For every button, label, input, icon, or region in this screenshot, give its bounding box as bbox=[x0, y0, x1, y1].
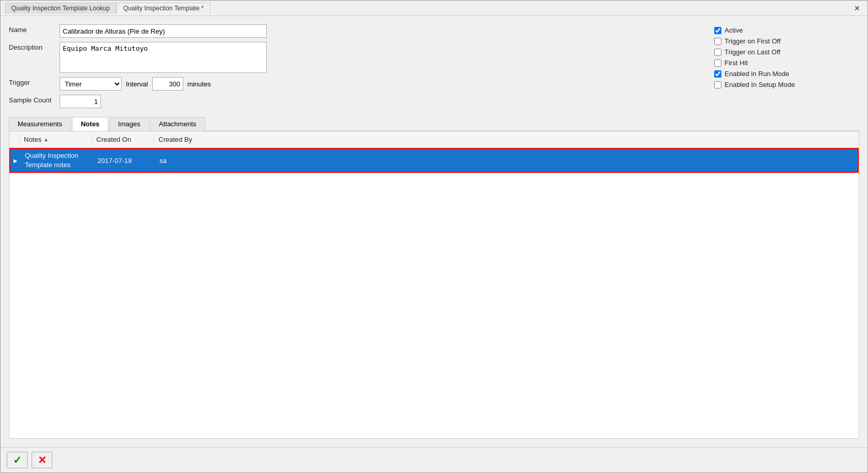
checkbox-enabled-run: Enabled in Run Mode bbox=[714, 70, 859, 78]
name-input[interactable] bbox=[60, 24, 267, 38]
interval-input[interactable] bbox=[152, 77, 183, 91]
row-arrow-icon: ▶ bbox=[13, 158, 18, 164]
sort-icon: ▲ bbox=[44, 137, 49, 142]
checkbox-trigger-first-off: Trigger on First Off bbox=[714, 37, 859, 45]
tabs-section: Measurements Notes Images Attachments No… bbox=[9, 114, 859, 439]
tab-notes[interactable]: Notes bbox=[72, 117, 108, 131]
form-right: Active Trigger on First Off Trigger on L… bbox=[714, 24, 859, 108]
row-created-by-cell: sa bbox=[155, 155, 858, 167]
checkbox-active: Active bbox=[714, 26, 859, 34]
form-section: Name Description Equipo Marca Mitutoyo T… bbox=[9, 24, 859, 108]
trigger-controls: TimerManualEvent Interval minutes bbox=[60, 77, 211, 91]
checkbox-first-hit-input[interactable] bbox=[714, 60, 721, 67]
checkbox-trigger-first-off-label: Trigger on First Off bbox=[725, 37, 780, 45]
notes-line2: Template notes bbox=[25, 160, 89, 170]
checkbox-first-hit-label: First Hit bbox=[725, 59, 748, 67]
x-icon: ✕ bbox=[38, 454, 47, 466]
name-row: Name bbox=[9, 24, 693, 38]
main-content: Name Description Equipo Marca Mitutoyo T… bbox=[1, 16, 867, 447]
checkbox-enabled-setup-input[interactable] bbox=[714, 81, 721, 88]
description-row: Description Equipo Marca Mitutoyo bbox=[9, 42, 693, 73]
trigger-label: Trigger bbox=[9, 77, 55, 86]
row-notes-cell: Quality Inspection Template notes bbox=[21, 149, 93, 172]
trigger-select[interactable]: TimerManualEvent bbox=[60, 77, 122, 91]
table-header: Notes ▲ Created On Created By bbox=[9, 131, 859, 148]
notes-cell-content: Quality Inspection Template notes bbox=[25, 151, 89, 170]
checkbox-trigger-last-off-input[interactable] bbox=[714, 49, 721, 56]
header-notes-label: Notes bbox=[24, 136, 41, 143]
table-row[interactable]: ▶ Quality Inspection Template notes 2017… bbox=[9, 148, 859, 173]
tab-attachments[interactable]: Attachments bbox=[150, 117, 205, 131]
checkbox-active-label: Active bbox=[725, 26, 743, 34]
checkbox-enabled-run-label: Enabled in Run Mode bbox=[725, 70, 789, 78]
save-button[interactable]: ✓ bbox=[7, 452, 27, 468]
row-created-on-cell: 2017-07-19 bbox=[93, 155, 155, 167]
minutes-label: minutes bbox=[187, 80, 211, 88]
form-left: Name Description Equipo Marca Mitutoyo T… bbox=[9, 24, 693, 108]
checkbox-trigger-last-off-label: Trigger on Last Off bbox=[725, 48, 780, 56]
tab-measurements[interactable]: Measurements bbox=[9, 117, 71, 131]
title-bar: Quality Inspection Template Lookup Quali… bbox=[1, 1, 867, 16]
title-tab-template[interactable]: Quality Inspection Template * bbox=[117, 3, 210, 14]
checkbox-trigger-last-off: Trigger on Last Off bbox=[714, 48, 859, 56]
tabs-bar: Measurements Notes Images Attachments bbox=[9, 116, 859, 131]
tab-content-notes: Notes ▲ Created On Created By ▶ bbox=[9, 131, 859, 439]
interval-label: Interval bbox=[126, 80, 148, 88]
description-label: Description bbox=[9, 42, 55, 51]
header-created-on-label: Created On bbox=[96, 136, 131, 143]
notes-line1: Quality Inspection bbox=[25, 151, 89, 160]
main-window: Quality Inspection Template Lookup Quali… bbox=[0, 0, 868, 473]
sample-count-row: Sample Count bbox=[9, 95, 693, 108]
header-created-by-label: Created By bbox=[158, 136, 192, 143]
checkbox-trigger-first-off-input[interactable] bbox=[714, 38, 721, 45]
bottom-bar: ✓ ✕ bbox=[1, 447, 867, 472]
trigger-row: Trigger TimerManualEvent Interval minute… bbox=[9, 77, 693, 91]
check-icon: ✓ bbox=[13, 454, 22, 466]
cancel-button[interactable]: ✕ bbox=[32, 452, 52, 468]
close-button[interactable]: ✕ bbox=[851, 3, 863, 13]
checkbox-enabled-run-input[interactable] bbox=[714, 70, 721, 78]
name-label: Name bbox=[9, 24, 55, 34]
checkbox-first-hit: First Hit bbox=[714, 59, 859, 67]
title-tab-lookup[interactable]: Quality Inspection Template Lookup bbox=[5, 3, 117, 14]
tab-images[interactable]: Images bbox=[109, 117, 149, 131]
sample-count-input[interactable] bbox=[60, 95, 101, 108]
sample-count-label: Sample Count bbox=[9, 95, 55, 104]
header-notes[interactable]: Notes ▲ bbox=[20, 134, 92, 145]
row-indicator: ▶ bbox=[10, 156, 21, 166]
checkbox-enabled-setup-label: Enabled In Setup Mode bbox=[725, 81, 795, 88]
header-created-on[interactable]: Created On bbox=[92, 134, 154, 145]
header-indicator bbox=[9, 134, 20, 145]
checkbox-enabled-setup: Enabled In Setup Mode bbox=[714, 81, 859, 88]
checkbox-active-input[interactable] bbox=[714, 27, 721, 34]
description-input[interactable]: Equipo Marca Mitutoyo bbox=[60, 42, 267, 73]
title-tabs: Quality Inspection Template Lookup Quali… bbox=[5, 3, 210, 14]
header-created-by[interactable]: Created By bbox=[154, 134, 859, 145]
